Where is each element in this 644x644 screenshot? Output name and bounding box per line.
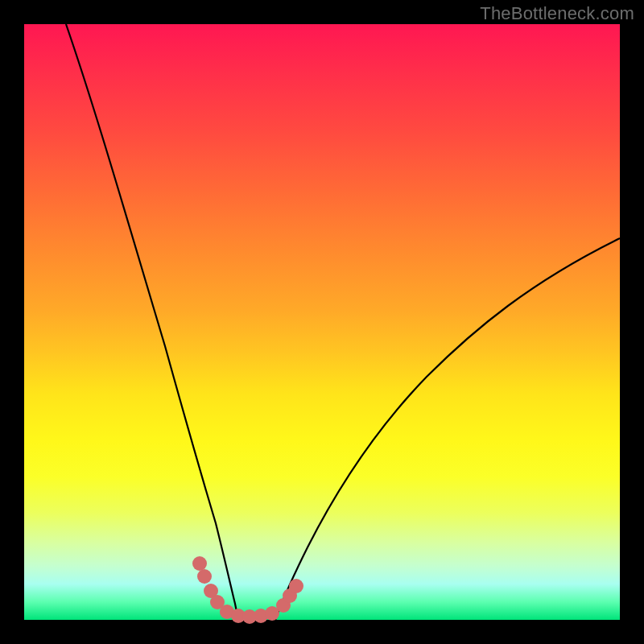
right-curve [275,238,620,620]
left-curve [66,24,238,620]
watermark-text: TheBottleneck.com [480,3,634,24]
svg-point-1 [197,569,212,584]
svg-point-0 [192,556,207,571]
chart-frame: TheBottleneck.com [0,0,644,644]
svg-point-11 [289,579,303,593]
dotted-segment [192,556,303,624]
curve-layer [24,24,620,620]
plot-area [24,24,620,620]
